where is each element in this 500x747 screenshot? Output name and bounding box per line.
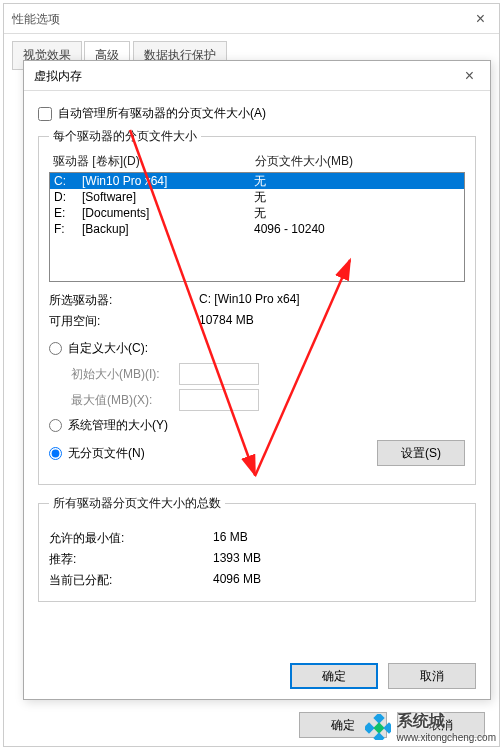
watermark-text: 系统城 (397, 711, 497, 732)
cancel-button[interactable]: 取消 (388, 663, 476, 689)
custom-size-label: 自定义大小(C): (68, 340, 148, 357)
close-icon[interactable]: × (470, 4, 491, 34)
svg-rect-3 (365, 722, 375, 733)
watermark-url: www.xitongcheng.com (397, 732, 497, 743)
virtual-memory-dialog: 虚拟内存 × 自动管理所有驱动器的分页文件大小(A) 每个驱动器的分页文件大小 … (23, 60, 491, 700)
system-managed-radio[interactable] (49, 419, 62, 432)
drive-volume: [Software] (82, 189, 254, 205)
drive-letter: F: (52, 221, 82, 237)
drive-row-e[interactable]: E: [Documents] 无 (50, 205, 464, 221)
inner-title: 虚拟内存 (34, 61, 82, 91)
svg-rect-2 (373, 714, 384, 724)
drive-row-f[interactable]: F: [Backup] 4096 - 10240 (50, 221, 464, 237)
col-size-header: 分页文件大小(MB) (255, 153, 461, 170)
outer-title: 性能选项 (12, 4, 60, 34)
drive-size: 4096 - 10240 (254, 221, 462, 237)
svg-rect-5 (373, 732, 384, 740)
selected-drive-label: 所选驱动器: (49, 292, 199, 309)
drive-volume: [Documents] (82, 205, 254, 221)
drive-row-d[interactable]: D: [Software] 无 (50, 189, 464, 205)
drive-listbox[interactable]: C: [Win10 Pro x64] 无 D: [Software] 无 E: … (49, 172, 465, 282)
initial-size-label: 初始大小(MB)(I): (71, 366, 179, 383)
system-managed-label: 系统管理的大小(Y) (68, 417, 168, 434)
selected-drive-value: C: [Win10 Pro x64] (199, 292, 465, 309)
per-drive-group: 每个驱动器的分页文件大小 驱动器 [卷标](D) 分页文件大小(MB) C: [… (38, 128, 476, 485)
max-size-input (179, 389, 259, 411)
summary-group: 所有驱动器分页文件大小的总数 允许的最小值:16 MB 推荐:1393 MB 当… (38, 495, 476, 602)
inner-titlebar: 虚拟内存 × (24, 61, 490, 91)
custom-size-radio[interactable] (49, 342, 62, 355)
drive-volume: [Win10 Pro x64] (82, 173, 254, 189)
drive-letter: D: (52, 189, 82, 205)
free-space-value: 10784 MB (199, 313, 465, 330)
watermark-logo-icon (365, 714, 391, 740)
drive-row-c[interactable]: C: [Win10 Pro x64] 无 (50, 173, 464, 189)
drive-size: 无 (254, 205, 462, 221)
drive-size: 无 (254, 173, 462, 189)
cur-label: 当前已分配: (49, 572, 213, 589)
svg-rect-4 (373, 722, 384, 733)
ok-button[interactable]: 确定 (290, 663, 378, 689)
outer-titlebar: 性能选项 × (4, 4, 499, 34)
max-size-label: 最大值(MB)(X): (71, 392, 179, 409)
auto-manage-checkbox[interactable] (38, 107, 52, 121)
drive-letter: C: (52, 173, 82, 189)
min-value: 16 MB (213, 530, 465, 547)
free-space-label: 可用空间: (49, 313, 199, 330)
set-button[interactable]: 设置(S) (377, 440, 465, 466)
watermark: 系统城 www.xitongcheng.com (365, 711, 497, 743)
min-label: 允许的最小值: (49, 530, 213, 547)
drive-volume: [Backup] (82, 221, 254, 237)
cur-value: 4096 MB (213, 572, 465, 589)
auto-manage-label: 自动管理所有驱动器的分页文件大小(A) (58, 105, 266, 122)
col-drive-header: 驱动器 [卷标](D) (53, 153, 255, 170)
summary-legend: 所有驱动器分页文件大小的总数 (49, 495, 225, 512)
rec-label: 推荐: (49, 551, 213, 568)
per-drive-legend: 每个驱动器的分页文件大小 (49, 128, 201, 145)
dialog-content: 自动管理所有驱动器的分页文件大小(A) 每个驱动器的分页文件大小 驱动器 [卷标… (24, 91, 490, 622)
drive-size: 无 (254, 189, 462, 205)
no-paging-file-label: 无分页文件(N) (68, 445, 145, 462)
no-paging-file-radio[interactable] (49, 447, 62, 460)
rec-value: 1393 MB (213, 551, 465, 568)
initial-size-input (179, 363, 259, 385)
drive-letter: E: (52, 205, 82, 221)
svg-rect-6 (383, 722, 391, 733)
inner-close-icon[interactable]: × (459, 61, 480, 91)
